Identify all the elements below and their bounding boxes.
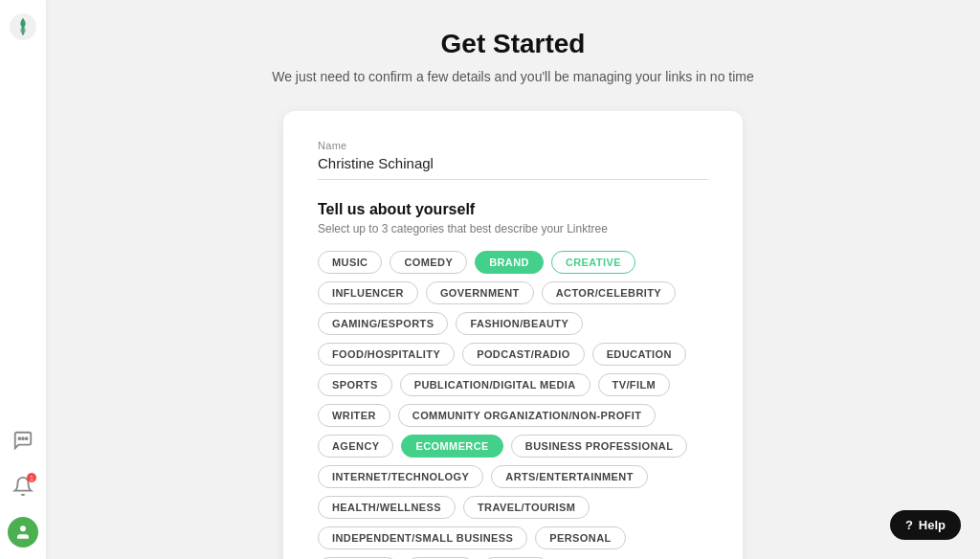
help-icon: ? bbox=[905, 518, 913, 532]
help-button[interactable]: ? Help bbox=[890, 510, 961, 540]
page-subtitle: We just need to confirm a few details an… bbox=[272, 69, 754, 84]
svg-point-4 bbox=[26, 437, 28, 439]
avatar-icon[interactable] bbox=[8, 517, 38, 548]
page-title: Get Started bbox=[441, 29, 586, 59]
main-content: Get Started We just need to confirm a fe… bbox=[46, 0, 980, 559]
tag-arts-entertainment[interactable]: ARTS/ENTERTAINMENT bbox=[491, 465, 648, 488]
tag-podcast-radio[interactable]: PODCAST/RADIO bbox=[462, 343, 584, 366]
name-field-group: Name Christine Schinagl bbox=[318, 140, 708, 180]
tag-music[interactable]: MUSIC bbox=[318, 251, 382, 274]
tag-gaming-esports[interactable]: GAMING/ESPORTS bbox=[318, 312, 448, 335]
tag-ecommerce[interactable]: ECOMMERCE bbox=[401, 435, 502, 458]
svg-point-2 bbox=[22, 437, 24, 439]
tag-personal[interactable]: PERSONAL bbox=[535, 526, 625, 549]
form-card: Name Christine Schinagl Tell us about yo… bbox=[283, 111, 743, 559]
tag-influencer[interactable]: INFLUENCER bbox=[318, 281, 418, 304]
sidebar: 1 bbox=[0, 0, 46, 559]
tag-actor-celebrity[interactable]: ACTOR/CELEBRITY bbox=[542, 281, 676, 304]
notification-icon[interactable]: 1 bbox=[8, 471, 38, 502]
tag-health-wellness[interactable]: HEALTH/WELLNESS bbox=[318, 496, 456, 519]
section-subtitle: Select up to 3 categories that best desc… bbox=[318, 222, 708, 235]
tag-tv-film[interactable]: TV/FILM bbox=[598, 373, 671, 396]
tag-brand[interactable]: BRAND bbox=[475, 251, 544, 274]
tags-container: MUSICCOMEDYBRANDCREATIVEINFLUENCERGOVERN… bbox=[318, 251, 708, 559]
svg-point-3 bbox=[18, 437, 20, 439]
name-label: Name bbox=[318, 140, 708, 151]
tag-independent-small-business[interactable]: INDEPENDENT/SMALL BUSINESS bbox=[318, 526, 527, 549]
tag-government[interactable]: GOVERNMENT bbox=[426, 281, 534, 304]
tag-agency[interactable]: AGENCY bbox=[318, 435, 393, 458]
tag-publication-digital-media[interactable]: PUBLICATION/DIGITAL MEDIA bbox=[400, 373, 590, 396]
logo-icon[interactable] bbox=[8, 11, 38, 42]
tag-food-hospitality[interactable]: FOOD/HOSPITALITY bbox=[318, 343, 455, 366]
help-label: Help bbox=[919, 518, 946, 532]
tag-education[interactable]: EDUCATION bbox=[592, 343, 686, 366]
tag-writer[interactable]: WRITER bbox=[318, 404, 390, 427]
tag-sports[interactable]: SPORTS bbox=[318, 373, 392, 396]
svg-point-5 bbox=[20, 525, 26, 531]
tag-business-professional[interactable]: BUSINESS PROFESSIONAL bbox=[511, 435, 687, 458]
tag-fashion-beauty[interactable]: FASHION/BEAUTY bbox=[456, 312, 583, 335]
tag-community-organization-non-profit[interactable]: COMMUNITY ORGANIZATION/NON-PROFIT bbox=[398, 404, 657, 427]
tag-comedy[interactable]: COMEDY bbox=[390, 251, 467, 274]
notification-badge: 1 bbox=[27, 473, 36, 482]
help-chat-icon[interactable] bbox=[8, 425, 38, 456]
tag-internet-technology[interactable]: INTERNET/TECHNOLOGY bbox=[318, 465, 483, 488]
tag-creative[interactable]: CREATIVE bbox=[551, 251, 635, 274]
tag-travel-tourism[interactable]: TRAVEL/TOURISM bbox=[463, 496, 590, 519]
section-title: Tell us about yourself bbox=[318, 201, 708, 218]
name-value: Christine Schinagl bbox=[318, 155, 708, 180]
